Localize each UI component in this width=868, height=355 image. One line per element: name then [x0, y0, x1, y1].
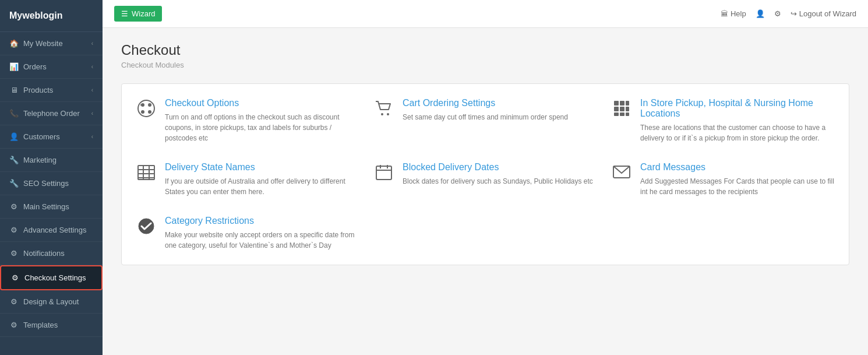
- home-icon: 🏠: [9, 39, 19, 48]
- category-restrictions-icon: [136, 217, 157, 240]
- sidebar-item-marketing[interactable]: 🔧 Marketing: [0, 149, 103, 172]
- telephone-icon: 📞: [9, 109, 19, 118]
- help-link[interactable]: 🏛 Help: [721, 9, 746, 18]
- main-wrapper: ☰ Wizard 🏛 Help 👤 ⚙ ↪ Logout of Wizard C…: [103, 0, 868, 355]
- products-icon: 🖥: [9, 86, 19, 94]
- blocked-delivery-dates-title[interactable]: Blocked Delivery Dates: [403, 162, 593, 173]
- wizard-button[interactable]: ☰ Wizard: [114, 6, 162, 22]
- svg-point-4: [148, 110, 151, 114]
- sidebar-item-advanced-settings[interactable]: ⚙ Advanced Settings: [0, 219, 103, 242]
- sidebar-item-checkout-settings[interactable]: ⚙ Checkout Settings: [0, 265, 103, 290]
- modules-grid: Checkout OptionsTurn on and off options …: [136, 98, 835, 251]
- checkout-options-content: Checkout OptionsTurn on and off options …: [165, 98, 359, 143]
- sidebar-item-design-layout[interactable]: ⚙ Design & Layout: [0, 290, 103, 314]
- in-store-pickup-title[interactable]: In Store Pickup, Hospital & Nursing Home…: [640, 98, 835, 119]
- main-settings-icon: ⚙: [9, 202, 19, 211]
- category-restrictions-content: Category RestrictionsMake your website o…: [165, 216, 359, 251]
- svg-point-1: [141, 103, 144, 107]
- svg-point-2: [148, 103, 151, 107]
- cart-ordering-settings-title[interactable]: Cart Ordering Settings: [403, 98, 568, 108]
- chevron-icon: ‹: [91, 40, 93, 47]
- category-restrictions-description: Make your website only accept orders on …: [165, 230, 359, 251]
- svg-point-3: [141, 110, 144, 114]
- customers-icon: 👤: [9, 132, 19, 141]
- sidebar-label-design-layout: Design & Layout: [23, 297, 79, 306]
- sidebar-label-products: Products: [23, 86, 53, 94]
- card-messages-icon: [611, 163, 632, 186]
- sidebar-label-customers: Customers: [23, 132, 60, 141]
- module-item-delivery-state-names: Delivery State NamesIf you are outside o…: [136, 162, 359, 197]
- page-title: Checkout: [121, 42, 849, 58]
- menu-icon: ☰: [121, 9, 128, 18]
- svg-rect-16: [626, 113, 629, 116]
- sidebar-label-templates: Templates: [23, 321, 58, 329]
- sidebar-item-notifications[interactable]: ⚙ Notifications: [0, 242, 103, 265]
- main-content: Checkout Checkout Modules Checkout Optio…: [103, 28, 868, 355]
- checkout-options-description: Turn on and off options in the checkout …: [165, 112, 359, 143]
- topbar: ☰ Wizard 🏛 Help 👤 ⚙ ↪ Logout of Wizard: [103, 0, 868, 28]
- svg-rect-13: [626, 107, 629, 111]
- sidebar-item-customers[interactable]: 👤 Customers ‹: [0, 125, 103, 149]
- module-item-category-restrictions: Category RestrictionsMake your website o…: [136, 216, 359, 251]
- sidebar-label-seo-settings: SEO Settings: [23, 179, 69, 188]
- modules-container: Checkout OptionsTurn on and off options …: [121, 83, 849, 265]
- module-item-checkout-options: Checkout OptionsTurn on and off options …: [136, 98, 359, 143]
- module-item-card-messages: Card MessagesAdd Suggested Messages For …: [611, 162, 835, 197]
- chevron-icon: ‹: [91, 87, 93, 93]
- cart-ordering-settings-icon: [373, 99, 394, 122]
- delivery-state-names-title[interactable]: Delivery State Names: [165, 162, 359, 173]
- advanced-settings-icon: ⚙: [9, 226, 19, 234]
- checkout-settings-icon: ⚙: [10, 273, 20, 282]
- marketing-icon: 🔧: [9, 156, 19, 164]
- sidebar-item-main-settings[interactable]: ⚙ Main Settings: [0, 195, 103, 219]
- svg-rect-23: [376, 166, 391, 180]
- topbar-right: 🏛 Help 👤 ⚙ ↪ Logout of Wizard: [721, 9, 856, 18]
- delivery-state-names-content: Delivery State NamesIf you are outside o…: [165, 162, 359, 197]
- svg-point-0: [138, 100, 154, 117]
- sidebar-label-my-website: My Website: [23, 39, 63, 48]
- sidebar-item-orders[interactable]: 📊 Orders ‹: [0, 55, 103, 79]
- chevron-icon: ‹: [91, 110, 93, 117]
- chevron-icon: ‹: [91, 64, 93, 70]
- module-item-blocked-delivery-dates: Blocked Delivery DatesBlock dates for de…: [373, 162, 597, 197]
- svg-rect-14: [614, 113, 619, 116]
- svg-rect-12: [620, 107, 624, 111]
- sidebar-label-advanced-settings: Advanced Settings: [23, 226, 86, 234]
- blocked-delivery-dates-content: Blocked Delivery DatesBlock dates for de…: [403, 162, 593, 187]
- user-icon[interactable]: 👤: [756, 9, 765, 18]
- card-messages-content: Card MessagesAdd Suggested Messages For …: [640, 162, 835, 197]
- design-layout-icon: ⚙: [9, 297, 19, 306]
- sidebar-label-main-settings: Main Settings: [23, 202, 69, 211]
- in-store-pickup-description: These are locations that the customer ca…: [640, 122, 835, 143]
- cart-ordering-settings-content: Cart Ordering SettingsSet same day cut o…: [403, 98, 568, 122]
- card-messages-title[interactable]: Card Messages: [640, 162, 835, 173]
- sidebar-label-orders: Orders: [23, 62, 47, 71]
- checkout-options-title[interactable]: Checkout Options: [165, 98, 359, 108]
- sidebar-item-my-website[interactable]: 🏠 My Website ‹: [0, 32, 103, 55]
- wizard-label: Wizard: [132, 9, 155, 18]
- settings-icon[interactable]: ⚙: [774, 9, 781, 18]
- help-icon: 🏛: [721, 9, 728, 18]
- sidebar-item-telephone-order[interactable]: 📞 Telephone Order ‹: [0, 102, 103, 125]
- page-subtitle: Checkout Modules: [121, 61, 849, 69]
- svg-rect-9: [620, 101, 624, 106]
- sidebar-item-templates[interactable]: ⚙ Templates: [0, 314, 103, 337]
- logout-arrow-icon: ↪: [791, 9, 797, 18]
- card-messages-description: Add Suggested Messages For Cards that pe…: [640, 176, 835, 197]
- svg-rect-8: [614, 101, 619, 106]
- svg-rect-15: [620, 113, 624, 116]
- sidebar: Myweblogin 🏠 My Website ‹ 📊 Orders ‹ 🖥 P…: [0, 0, 103, 355]
- logout-button[interactable]: ↪ Logout of Wizard: [791, 9, 856, 18]
- sidebar-label-checkout-settings: Checkout Settings: [24, 273, 86, 282]
- in-store-pickup-icon: [611, 99, 632, 122]
- chevron-icon: ‹: [91, 133, 93, 140]
- notifications-icon: ⚙: [9, 249, 19, 258]
- topbar-left: ☰ Wizard: [114, 6, 162, 22]
- orders-icon: 📊: [9, 62, 19, 71]
- sidebar-item-seo-settings[interactable]: 🔧 SEO Settings: [0, 172, 103, 195]
- templates-icon: ⚙: [9, 321, 19, 329]
- category-restrictions-title[interactable]: Category Restrictions: [165, 216, 359, 226]
- sidebar-label-marketing: Marketing: [23, 156, 57, 164]
- sidebar-item-products[interactable]: 🖥 Products ‹: [0, 79, 103, 102]
- blocked-delivery-dates-description: Block dates for delivery such as Sundays…: [403, 176, 593, 187]
